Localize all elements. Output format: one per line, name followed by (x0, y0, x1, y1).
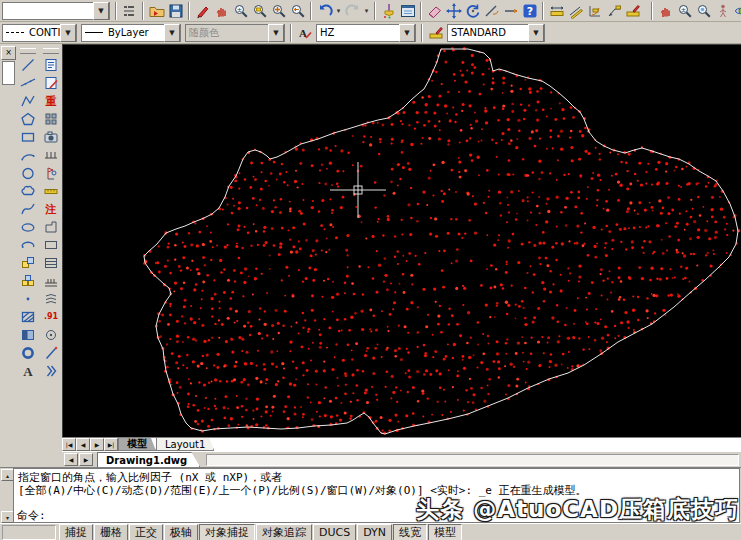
dim-angular-button[interactable] (585, 1, 604, 21)
tab-layout1[interactable]: Layout1 (156, 438, 214, 451)
text-style-combo[interactable]: HZ▼ (316, 24, 416, 42)
revision-cloud-button[interactable] (18, 182, 38, 200)
drawing-canvas[interactable] (62, 44, 741, 437)
point-button[interactable] (18, 290, 38, 308)
chevron-down-icon[interactable]: ▼ (528, 24, 544, 42)
toolbar-search-combo[interactable]: ▼ (2, 2, 110, 20)
circle-center-button[interactable] (41, 326, 61, 344)
status-toggle-栅格[interactable]: 栅格 (94, 524, 128, 540)
file-next-icon[interactable]: ▶ (79, 453, 93, 466)
dim-style-edit-button[interactable] (623, 1, 642, 21)
construction-line-button[interactable] (18, 74, 38, 92)
erase-button[interactable] (425, 1, 444, 21)
status-toggle-正交[interactable]: 正交 (129, 524, 163, 540)
explode-button[interactable] (41, 110, 61, 128)
linetype-combo[interactable]: CONTINUOUS▼ (2, 24, 77, 42)
annotate-button[interactable]: 注 (41, 200, 61, 218)
pan-realtime-button[interactable] (212, 1, 231, 21)
close-icon[interactable]: × (1, 46, 16, 60)
rotate-button[interactable] (463, 1, 482, 21)
match-properties-button[interactable] (379, 1, 398, 21)
layer-properties-button[interactable] (120, 1, 139, 21)
lineweight-combo[interactable]: ByLayer▼ (81, 24, 181, 42)
status-toggle-捕捉[interactable]: 捕捉 (59, 524, 93, 540)
tab-prev-icon[interactable]: ◀ (76, 438, 90, 451)
text-style-button[interactable]: A (295, 23, 314, 43)
polyline-button[interactable] (18, 92, 38, 110)
expand-more-button[interactable] (41, 362, 61, 380)
open-button[interactable] (147, 1, 166, 21)
tab-model[interactable]: 模型 (118, 438, 156, 451)
ruler-comb-button[interactable] (41, 146, 61, 164)
point-91-button[interactable]: .91 (41, 308, 61, 326)
tab-last-icon[interactable]: ▶| (104, 438, 118, 451)
zoom-button[interactable]: ± (675, 1, 694, 21)
zoom-window-button[interactable] (250, 1, 269, 21)
zoom-object-button[interactable] (694, 1, 713, 21)
pen-tool-button[interactable] (41, 344, 61, 362)
tab-first-icon[interactable]: |◀ (62, 438, 76, 451)
tab-next-icon[interactable]: ▶ (90, 438, 104, 451)
dim-style-button[interactable] (426, 23, 445, 43)
insert-block-button[interactable] (18, 254, 38, 272)
layer-manager-button[interactable] (398, 1, 417, 21)
status-toggle-模型[interactable]: 模型 (428, 524, 462, 540)
plot-pen-button[interactable] (193, 1, 212, 21)
zoom-previous-button[interactable] (288, 1, 307, 21)
polygon-button[interactable] (18, 110, 38, 128)
status-toggle-DYN[interactable]: DYN (357, 524, 392, 540)
file-tab-drawing1[interactable]: Drawing1.dwg (97, 452, 200, 467)
status-toggle-对象追踪[interactable]: 对象追踪 (256, 524, 312, 540)
chevron-down-icon[interactable]: ▼ (164, 24, 180, 42)
status-toggle-极轴[interactable]: 极轴 (164, 524, 198, 540)
redo-dropdown-icon[interactable]: ▾ (362, 7, 371, 15)
command-prompt[interactable]: 命令: (17, 508, 46, 523)
chevron-down-icon[interactable]: ▼ (268, 24, 284, 42)
wave-stack-button[interactable] (41, 290, 61, 308)
edit-note-button[interactable] (41, 74, 61, 92)
zoom-extents-button[interactable] (269, 1, 288, 21)
move-button[interactable] (444, 1, 463, 21)
line-button[interactable] (18, 56, 38, 74)
ruler-bar-button[interactable] (41, 182, 61, 200)
hatch-button[interactable] (18, 308, 38, 326)
arc-button[interactable] (18, 146, 38, 164)
make-block-button[interactable] (18, 272, 38, 290)
spline-button[interactable] (18, 200, 38, 218)
help-button[interactable]: ? (520, 1, 539, 21)
region-button[interactable] (18, 344, 38, 362)
orbit-button[interactable] (732, 1, 741, 21)
chevron-down-icon[interactable]: ▼ (93, 2, 109, 20)
regen-button[interactable]: 重 (41, 92, 61, 110)
horizontal-scrollbar[interactable] (206, 454, 739, 466)
view-camera-button[interactable] (41, 128, 61, 146)
pan-button[interactable] (656, 1, 675, 21)
circle-button[interactable] (18, 164, 38, 182)
redo-button[interactable] (343, 1, 362, 21)
comb-tool-button[interactable] (41, 272, 61, 290)
command-scrollbar[interactable]: ▴ ▾ (0, 468, 13, 523)
save-button[interactable] (166, 1, 185, 21)
status-toggle-DUCS[interactable]: DUCS (313, 524, 356, 540)
station-survey-button[interactable] (41, 164, 61, 182)
zoom-realtime-button[interactable]: ± (231, 1, 250, 21)
extend-button[interactable] (501, 1, 520, 21)
toolbar-grip[interactable] (20, 48, 36, 54)
plotstyle-combo[interactable]: 随颜色▼ (185, 24, 285, 42)
dim-style-combo[interactable]: STANDARD▼ (447, 24, 545, 42)
status-toggle-线宽[interactable]: 线宽 (393, 524, 427, 540)
gradient-button[interactable] (18, 326, 38, 344)
draw-order-button[interactable] (41, 56, 61, 74)
status-toggle-对象捕捉[interactable]: 对象捕捉 (199, 524, 255, 540)
dim-aligned-button[interactable] (566, 1, 585, 21)
chevron-down-icon[interactable]: ▼ (60, 24, 76, 42)
file-prev-icon[interactable]: ◀ (64, 453, 78, 466)
rect-tool-button[interactable] (41, 236, 61, 254)
trim-button[interactable] (482, 1, 501, 21)
undo-dropdown-icon[interactable]: ▾ (334, 7, 343, 15)
text-button[interactable]: A (18, 362, 38, 380)
walk-button[interactable] (713, 1, 732, 21)
chevron-down-icon[interactable]: ▼ (399, 24, 415, 42)
ellipse-arc-button[interactable] (18, 236, 38, 254)
toolbar-grip[interactable] (43, 48, 59, 54)
